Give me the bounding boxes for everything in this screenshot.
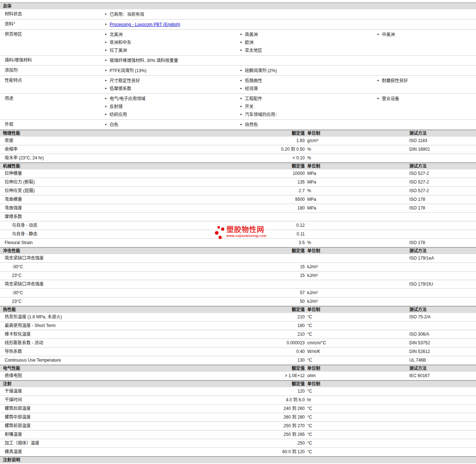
property-row: 最高使用温度 - Short Term180°C <box>0 322 476 330</box>
test-method <box>409 155 476 161</box>
property-value: 260 到 280 <box>231 415 305 420</box>
property-unit: MPa <box>305 197 409 202</box>
bullet-text: 电气/电子应用领域 <box>110 95 145 103</box>
property-label: 加工（熔体）温度 <box>0 441 231 446</box>
test-method: ISO 527-2 <box>409 188 476 194</box>
property-label: 线形膨胀系数 - 流动 <box>0 340 231 346</box>
property-value: 0.000023 <box>231 340 305 346</box>
property-row: 23°C15kJ/m² <box>0 271 476 280</box>
property-unit <box>305 214 409 220</box>
test-method <box>409 223 476 228</box>
property-value: 3.5 <box>231 240 305 246</box>
property-label: 23°C <box>0 299 231 304</box>
bullet-text: 开关 <box>245 103 254 111</box>
test-method <box>409 214 476 220</box>
property-label: 干燥时间 <box>0 397 231 403</box>
bullet-text: 营业设备 <box>382 95 399 103</box>
bullet-icon <box>238 111 245 119</box>
property-row: 维卡软化温度210°CISO 306/A <box>0 330 476 339</box>
attribute-label: 资料 <box>5 22 13 27</box>
bullet-text: 自然色 <box>245 121 258 129</box>
document-link[interactable]: Processing - Luvocom PBT (English) <box>110 21 180 28</box>
bullet-text: 拉丁美洲 <box>110 47 127 54</box>
property-row: 与自身 - 动态0.12 <box>0 221 476 230</box>
value-column-header: 额定值 <box>231 248 305 254</box>
property-unit: % <box>305 240 409 246</box>
property-value: 0.40 <box>231 349 305 354</box>
property-value: > 1.0E+12 <box>231 373 305 379</box>
bullet-item: 硅酮润滑剂 (2%) <box>238 67 375 75</box>
bullet-item: 经润滑 <box>238 85 375 93</box>
property-value: 10000 <box>231 171 305 176</box>
attribute-row: 用途电气/电子应用领域反射镜纺织应用工程配件开关汽车领域的应用：营业设备 <box>0 94 476 120</box>
section-title: 注射说明 <box>0 458 20 463</box>
property-row: 与自身 - 静态0.11 <box>0 230 476 239</box>
property-value: 210 <box>231 332 305 337</box>
property-row: 加工（熔体）温度250°C <box>0 439 476 448</box>
property-row: -30°C15kJ/m² <box>0 263 476 271</box>
test-method: ISO 306/A <box>409 332 476 337</box>
property-unit: °C <box>305 332 409 337</box>
bullet-icon <box>103 31 110 39</box>
property-label: 最高使用温度 - Short Term <box>0 323 231 328</box>
property-value: 60.0 到 120 <box>231 449 305 455</box>
unit-column-header: 单位制 <box>305 163 409 169</box>
bullet-text: 南美洲 <box>245 31 258 39</box>
property-value: 135 <box>231 180 305 185</box>
footnote-marker: 1 <box>13 21 15 25</box>
property-unit: % <box>305 188 409 194</box>
bullet-item: 白色 <box>103 121 238 129</box>
test-method: ISO 179/1fU <box>409 282 476 287</box>
test-method: DIN 16901 <box>409 147 476 152</box>
section-header: 热性能额定值单位制测试方法 <box>0 306 476 313</box>
bullet-item: 耐磨损性良好 <box>375 77 476 85</box>
property-row: 23°C50kJ/m² <box>0 297 476 306</box>
bullet-icon <box>375 77 382 85</box>
property-row: 螺筒前部温度250 到 270°C <box>0 422 476 430</box>
section-title: 冲击性能 <box>0 248 231 254</box>
property-row: 拉伸应变 (屈服)2.7%ISO 527-2 <box>0 187 476 195</box>
attribute-label: 性能特点 <box>5 78 22 83</box>
property-row: 简支梁缺口冲击强度ISO 179/1eA <box>0 254 476 263</box>
section-title: 热性能 <box>0 307 231 313</box>
test-method <box>409 290 476 296</box>
property-unit: kJ/m² <box>305 264 409 270</box>
section-header: 总体 <box>0 3 476 9</box>
property-value: 57 <box>231 290 305 296</box>
bullet-item: 中美洲 <box>375 31 476 39</box>
test-method <box>409 323 476 328</box>
bullet-text: 经润滑 <box>245 85 258 93</box>
property-row: 线形膨胀系数 - 流动0.000023cm/cm/°CDIN 53752 <box>0 339 476 348</box>
attribute-row: 填料/增强材料玻璃纤维增强材料, 30% 填料按重量 <box>0 56 476 66</box>
property-value: 250 到 270 <box>231 423 305 429</box>
property-label: 弯曲强度 <box>0 206 231 211</box>
property-value: 240 到 260 <box>231 406 305 411</box>
test-method: ISO 527-2 <box>409 180 476 185</box>
test-method: IEC 60167 <box>409 373 476 379</box>
bullet-text: 硅酮润滑剂 (2%) <box>245 67 277 75</box>
bullet-icon <box>103 39 110 47</box>
bullet-icon <box>238 31 245 39</box>
bullet-item: 反射镜 <box>103 103 238 111</box>
property-unit: kJ/m² <box>305 299 409 304</box>
section-header: 注射额定值单位制 <box>0 380 476 387</box>
property-label: 干燥温度 <box>0 389 231 394</box>
method-column-header: 测试方法 <box>409 307 476 313</box>
unit-column-header: 单位制 <box>305 131 409 136</box>
attribute-row: 性能特点尺寸稳定性良好低摩擦系数低翘曲性经润滑耐磨损性良好 <box>0 76 476 94</box>
bullet-text: 尺寸稳定性良好 <box>110 77 140 85</box>
datasheet: 总体材料状态已商用：当前有效资料1Processing - Luvocom PB… <box>0 3 476 464</box>
property-unit: g/cm³ <box>305 138 409 143</box>
property-row: 弯曲模量9500MPaISO 178 <box>0 195 476 204</box>
method-column-header: 测试方法 <box>409 163 476 169</box>
property-value: 1.63 <box>231 138 305 143</box>
test-method <box>409 406 476 411</box>
attribute-label: 添加剂 <box>5 68 18 73</box>
bullet-item: 纺织应用 <box>103 111 238 119</box>
section-title: 注射 <box>0 381 231 387</box>
property-value: 120 <box>231 389 305 394</box>
unit-column-header: 单位制 <box>305 307 409 313</box>
bullet-text: 低摩擦系数 <box>110 85 131 93</box>
property-row: 简支梁缺口冲击强度ISO 179/1fU <box>0 280 476 289</box>
bullet-item: 电气/电子应用领域 <box>103 95 238 103</box>
